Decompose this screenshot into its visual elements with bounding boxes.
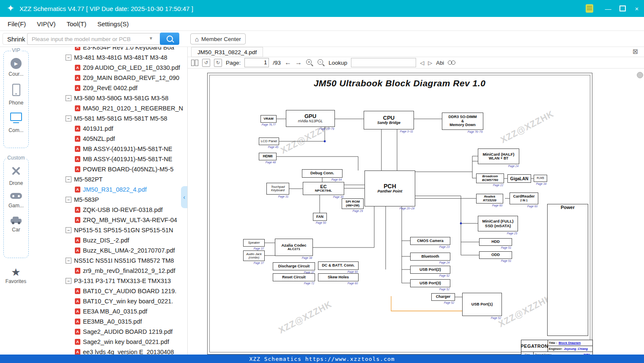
tree-file-row[interactable]: APOWER BOARD-(405NZL)-M5-5 <box>32 164 187 174</box>
tree-folder-row[interactable]: −NS51C NS51I NS51IG TM8572 TM8 <box>32 256 187 266</box>
diagram-box-label: HDMI <box>263 154 273 159</box>
zoom-in-icon[interactable]: + <box>306 59 313 66</box>
tree-folder-row[interactable]: −M3-580 M3-580G M3-581G M3-58 <box>32 93 187 103</box>
find-next-icon[interactable]: ▷ <box>428 60 432 66</box>
tree-file-row[interactable]: AZ09_MAIN BOARD_REVF_12_090 <box>32 73 187 83</box>
sidebar-item-favorites[interactable]: ★ Favorites <box>0 267 32 284</box>
page-ref: Page 76~79 <box>468 130 482 133</box>
diagram-box-label: RJ45 <box>537 176 544 180</box>
tree-file-row[interactable]: AMB ASSY-(4019J1)-M5-581T-NE <box>32 144 187 154</box>
lookup-input[interactable] <box>351 58 416 67</box>
collapse-minus-icon[interactable]: − <box>66 227 71 233</box>
tree-file-row[interactable]: AZ09 AUDIO_CR_LED_1E_0330.pdf <box>32 63 187 73</box>
diagram-box-discharge-circuit: Discharge CircuitPage 37 <box>273 262 315 270</box>
sidebar-item-label: Favorites <box>0 278 32 284</box>
collapse-minus-icon[interactable]: − <box>66 258 71 264</box>
sidebar-item-drone[interactable]: Drone <box>4 165 28 186</box>
license-icon[interactable] <box>586 4 593 13</box>
sidebar-item-course[interactable]: ▶ Cour... <box>4 58 28 77</box>
tree-folder-row[interactable]: −NP515-51 SP515-51GN SP515-51N <box>32 225 187 235</box>
sidebar-item-car[interactable]: Car <box>4 215 28 233</box>
binoculars-icon[interactable] <box>448 60 455 66</box>
search-button[interactable] <box>160 33 179 45</box>
diagram-box-label: NPCE794L <box>315 189 332 193</box>
collapse-minus-icon[interactable]: − <box>66 176 71 182</box>
pdf-page[interactable]: JM50 Ultrabook Block Diagram Rev 1.0 Pow… <box>206 69 593 357</box>
diagram-box-label: Discharge Circuit <box>278 264 310 269</box>
collapse-minus-icon[interactable]: − <box>66 95 71 101</box>
tree-file-row[interactable]: AJM50_R31_0822_4.pdf <box>32 184 187 195</box>
diagram-box-debug-conn: Debug Conn.Page 64 <box>302 169 343 178</box>
collapse-minus-icon[interactable]: − <box>66 197 71 203</box>
menu-file[interactable]: File(F) <box>8 20 26 28</box>
page-number-input[interactable] <box>244 58 269 67</box>
tree-file-row[interactable]: A4019J1.pdf <box>32 124 187 134</box>
sidebar-item-computer[interactable]: Com... <box>4 113 28 133</box>
diagram-box-label: WLAN + BT <box>489 157 509 160</box>
next-page-icon[interactable]: → <box>295 59 302 66</box>
match-case-icon[interactable]: Abi <box>436 60 444 66</box>
tree-file-row[interactable]: A405NZL.pdf <box>32 134 187 144</box>
rotate-left-icon[interactable]: ↺ <box>202 59 210 67</box>
tree-folder-row[interactable]: −M5-581 M5-581G M5-581T M5-58 <box>32 113 187 124</box>
prev-page-icon[interactable]: ← <box>285 59 291 66</box>
diagram-box-ddr3: DDR3 SO-DIMM&Memory DownPage 76~79 <box>442 113 483 130</box>
tree-file-row[interactable]: AEE3A MB_A0_0315.pdf <box>32 306 187 316</box>
tree-folder-row[interactable]: −P3-131 P3-171 TMX313-E TMX313 <box>32 276 187 286</box>
tree-file-row[interactable]: ASage2_AUDIO BOARD 1219.pdf <box>32 327 187 337</box>
model-search-input[interactable] <box>27 33 165 45</box>
close-tab-icon[interactable]: ⊠ <box>633 47 638 56</box>
minimize-button[interactable]: — <box>601 0 615 17</box>
tree-file-row[interactable]: Azr9_mb_revD_final2012_9_12.pdf <box>32 266 187 276</box>
sidebar-item-phone[interactable]: Phone <box>4 84 28 106</box>
menu-settings[interactable]: Settings(S) <box>97 20 129 28</box>
tree-file-row[interactable]: Aee3 lvds 4g_version E_20130408 <box>32 347 187 355</box>
tree-file-row[interactable]: AZQK-USB IO-REVF-0318.pdf <box>32 205 187 215</box>
shrink-button[interactable]: Shrink <box>3 33 30 45</box>
collapse-minus-icon[interactable]: − <box>66 55 71 60</box>
close-button[interactable]: × <box>630 0 644 17</box>
tree-folder-row[interactable]: −M5-583P <box>32 195 187 205</box>
page-ref: Page 23 <box>439 245 449 248</box>
tree-file-row[interactable]: ABuzz_DIS_-2.pdf <box>32 235 187 245</box>
collapse-minus-icon[interactable]: − <box>66 116 71 121</box>
find-prev-icon[interactable]: ◁ <box>420 60 424 66</box>
viewer-scroll-button[interactable] <box>637 72 643 78</box>
tree-file-row[interactable]: AZ09_RevE 0402.pdf <box>32 83 187 93</box>
tree-file-row[interactable]: ABAT10_CY_win key board_0221. <box>32 296 187 306</box>
diagram-title: JM50 Ultrabook Block Diagram Rev 1.0 <box>206 78 593 88</box>
tree-file-row[interactable]: ABuzz_KBL_UMA-2_20170707.pdf <box>32 245 187 256</box>
menu-vip[interactable]: VIP(V) <box>37 20 55 28</box>
tree-file-row[interactable]: AZRQ_MB_HSW_ULT-3A-REVF-04 <box>32 215 187 225</box>
member-center-button[interactable]: ⌂ Member Center <box>190 33 246 44</box>
two-page-view-icon[interactable] <box>191 60 198 66</box>
diagram-box-gigalan: GigaLAN <box>507 174 531 183</box>
maximize-button[interactable] <box>615 0 630 17</box>
zoom-out-icon[interactable]: − <box>317 59 325 66</box>
collapse-minus-icon[interactable]: − <box>66 278 71 284</box>
tab-active-pdf[interactable]: JM50_R31_0822_4.pdf <box>191 47 263 57</box>
diagram-box-minicard-full: MiniCard (FULL)SSD (mSATA)Page 25 <box>478 216 518 231</box>
file-tree[interactable]: AE3-K854P Rev 1.0 Keyboard Boa−M3-481 M3… <box>32 47 187 355</box>
tree-file-row[interactable]: AMA50_R21_0120_1_REGERBER_N <box>32 103 187 113</box>
collapse-panel-handle[interactable]: ‹ <box>181 186 187 208</box>
tree-item-label: Z09_MAIN BOARD_REVF_12_090 <box>83 74 179 81</box>
tree-file-row[interactable]: AEE3MB_A0_0315.pdf <box>32 316 187 327</box>
menu-tool[interactable]: Tool(T) <box>67 20 87 28</box>
rotate-right-icon[interactable]: ↻ <box>214 59 222 67</box>
diagram-box-label: Speaker <box>248 241 260 245</box>
tree-file-row[interactable]: ASage2_win key board_0221.pdf <box>32 337 187 347</box>
sidebar-item-game[interactable]: Gam... <box>4 193 28 209</box>
tree-folder-row[interactable]: −M3-481 M3-481G M3-481T M3-48 <box>32 52 187 63</box>
diagram-box-label: (4M+2M) <box>346 204 359 208</box>
tree-file-row[interactable]: ABAT10_CY_AUDIO BOARD 1219. <box>32 286 187 296</box>
tree-file-row[interactable]: AMB ASSY-(4019J1)-M5-581T-NE <box>32 154 187 164</box>
diagram-box-label: GPU <box>304 113 316 119</box>
titleblock-engineer-label: Engineer: <box>549 347 562 350</box>
diagram-box-odd: ODDPage 51 <box>479 251 512 259</box>
pdf-file-icon: A <box>75 308 80 314</box>
sidebar-item-label: Gam... <box>4 203 28 209</box>
tree-folder-row[interactable]: −M5-582PT <box>32 174 187 184</box>
tree-file-row[interactable]: AE3-K854P Rev 1.0 Keyboard Boa <box>32 47 187 52</box>
chevron-down-icon[interactable]: ▼ <box>149 36 153 41</box>
